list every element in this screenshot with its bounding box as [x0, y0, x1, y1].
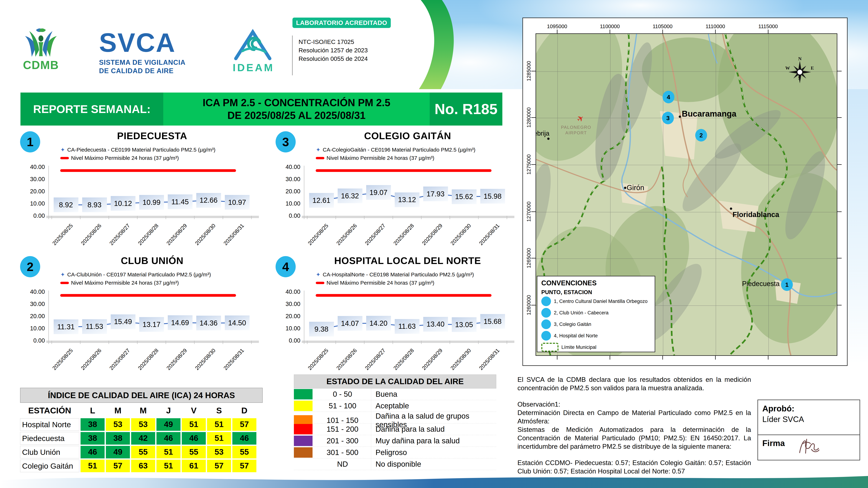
- tick-right: [837, 305, 842, 305]
- declaration-paragraph: El SVCA de la CDMB declara que los resul…: [518, 376, 751, 392]
- banner-title-line1: ICA PM 2.5 - CONCENTRACIÓN PM 2.5: [203, 96, 390, 109]
- tick-left: [531, 258, 535, 258]
- ica-station-cell: Club Unión: [20, 446, 79, 458]
- city-label: Bucaramanga: [682, 109, 736, 119]
- estado-label: Buena: [371, 388, 496, 400]
- estado-range: 0 - 50: [314, 390, 371, 398]
- signature-cell: Firma: [758, 435, 860, 460]
- station-point-icon: [541, 296, 551, 306]
- estado-range: 101 - 150: [314, 416, 371, 425]
- ica-table: ÍNDICE DE CALIDAD DEL AIRE (ICA) 24 HORA…: [20, 388, 263, 472]
- tick-right: [837, 258, 842, 258]
- tick-top: [768, 30, 768, 33]
- map-canvas: N E S W CONVENCIONES PUNTO, ESTACION 1, …: [535, 33, 837, 356]
- ica-value-cell: 42: [131, 432, 155, 445]
- chart-panel-colegio-gaitan: 3 COLEGIO GAITÁN ✦CA-ColegioGaitán - CE0…: [275, 130, 515, 250]
- chart-panel-hospital-norte: 4 HOSPITAL LOCAL DEL NORTE ✦CA-HospitalN…: [275, 255, 515, 375]
- ica-header-cell: V: [182, 404, 206, 417]
- ica-value-cell: 53: [207, 446, 231, 458]
- svca-subtitle: SISTEMA DE VIGILANCIA DE CALIDAD DE AIRE: [99, 58, 207, 75]
- ica-value-cell: 57: [207, 460, 231, 472]
- estado-range: ND: [314, 460, 371, 468]
- data-point-value-label: 16.32: [338, 189, 363, 203]
- chart-panel-piedecuesta: 1 PIEDECUESTA ✦CA-Piedecuesta - CE0199 M…: [20, 130, 260, 250]
- data-point-value-label: 14.20: [366, 316, 391, 330]
- ica-table-grid: ESTACIÓNLMMJVSDHospital Norte38535349515…: [20, 404, 263, 472]
- estado-label: No disponible: [371, 458, 496, 470]
- convenciones-item: 3, Colegio Gaitán: [541, 319, 655, 330]
- svca-wordmark: SVCA: [99, 30, 207, 56]
- limite-municipal-label: Límite Municipal: [561, 345, 596, 350]
- data-point-value-label: 12.66: [196, 193, 221, 208]
- ica-value-cell: 53: [106, 418, 130, 431]
- observation-paragraph: Determinación Directa en Campo de Materi…: [518, 409, 751, 426]
- convenciones-item: 1, Centro Cultural Daniel Mantilla Orbeg…: [541, 296, 655, 307]
- banner-report-type: REPORTE SEMANAL:: [21, 93, 163, 126]
- estado-range: 201 - 300: [314, 436, 371, 445]
- station-marker: 4: [662, 91, 674, 103]
- map-coordinate-label-left: 1260000: [526, 290, 532, 320]
- municipal-boundary-swatch: [541, 343, 559, 352]
- estado-color-swatch: [294, 436, 313, 446]
- ideam-logo: IDEAM: [227, 28, 280, 73]
- station-marker: 2: [695, 129, 707, 141]
- ica-header-cell: ESTACIÓN: [20, 404, 79, 417]
- ica-value-cell: 53: [131, 418, 155, 431]
- approver-name: Líder SVCA: [762, 415, 855, 424]
- convenciones-item-label: 2, Club Unión - Cabecera: [554, 310, 609, 316]
- ica-value-cell: 49: [106, 446, 130, 458]
- ica-value-cell: 57: [106, 460, 130, 472]
- observation-paragraph: Sistemas de Medición Automatizados para …: [518, 426, 751, 451]
- ica-station-cell: Hospital Norte: [20, 418, 79, 431]
- city-label: Floridablanca: [733, 210, 779, 219]
- airport-label: PALONEGROAIRPORT: [555, 125, 597, 136]
- data-point-value-label: 15.98: [480, 189, 505, 203]
- ica-value-cell: 46: [182, 432, 206, 445]
- estado-row: 0 - 50Buena: [294, 388, 496, 400]
- estado-row: 51 - 100Aceptable: [294, 400, 496, 412]
- estado-color-swatch: [294, 401, 313, 411]
- estado-rows: 0 - 50Buena51 - 100Aceptable101 - 150Dañ…: [294, 388, 496, 470]
- data-point-value-label: 13.17: [139, 317, 164, 332]
- compass-s: S: [798, 75, 801, 81]
- estado-color-swatch: [294, 424, 313, 434]
- map-coordinate-label-left: 1265000: [526, 243, 532, 273]
- ica-value-cell: 49: [156, 418, 181, 431]
- svca-subtitle-line1: SISTEMA DE VIGILANCIA: [99, 59, 186, 66]
- estado-color-swatch: [294, 389, 313, 399]
- tick-bottom: [768, 356, 768, 360]
- data-point-value-label: 17.93: [423, 187, 448, 201]
- data-point-value-label: 8.92: [54, 197, 79, 212]
- data-point-value-label: 11.31: [54, 319, 79, 334]
- convenciones-item: 4, Hospital del Norte: [541, 330, 655, 341]
- ica-value-cell: 57: [232, 418, 256, 431]
- map-coordinate-label-top: 1110000: [700, 24, 731, 29]
- approval-box: Aprobó: Líder SVCA Firma: [757, 399, 860, 460]
- data-point-value-label: 10.99: [139, 195, 164, 210]
- airport-name-line2: AIRPORT: [555, 130, 597, 136]
- estado-label: Peligroso: [371, 447, 496, 458]
- chart-plot: [20, 255, 260, 375]
- weekly-air-quality-report: CDMB SVCA SISTEMA DE VIGILANCIA DE CALID…: [0, 0, 868, 488]
- station-point-icon: [541, 319, 551, 329]
- ica-value-cell: 55: [232, 446, 256, 458]
- tick-bottom: [557, 356, 557, 360]
- airport-name-line1: PALONEGRO: [555, 125, 597, 130]
- estado-label: Muy dañina para la salud: [371, 435, 496, 447]
- banner-title-line2: DE 2025/08/25 AL 2025/08/31: [227, 109, 366, 122]
- data-point-value-label: 14.07: [338, 316, 363, 331]
- footer-wave: [0, 471, 868, 488]
- data-point-value-label: 15.62: [452, 189, 476, 204]
- ica-table-title: ÍNDICE DE CALIDAD DEL AIRE (ICA) 24 HORA…: [20, 388, 263, 403]
- approval-label: Aprobó:: [762, 404, 855, 413]
- data-point-value-label: 13.12: [395, 192, 420, 207]
- tick-right: [837, 212, 842, 212]
- convenciones-subtitle: PUNTO, ESTACION: [541, 289, 655, 296]
- estado-range: 51 - 100: [314, 401, 371, 410]
- estado-title: ESTADO DE LA CALIDAD DEL AIRE: [294, 375, 496, 388]
- svca-subtitle-line2: DE CALIDAD DE AIRE: [99, 67, 174, 75]
- station-marker: 3: [662, 112, 674, 124]
- map-coordinate-label-left: 1270000: [526, 196, 532, 227]
- tick-top: [610, 30, 610, 33]
- report-banner: REPORTE SEMANAL: ICA PM 2.5 - CONCENTRAC…: [21, 93, 502, 126]
